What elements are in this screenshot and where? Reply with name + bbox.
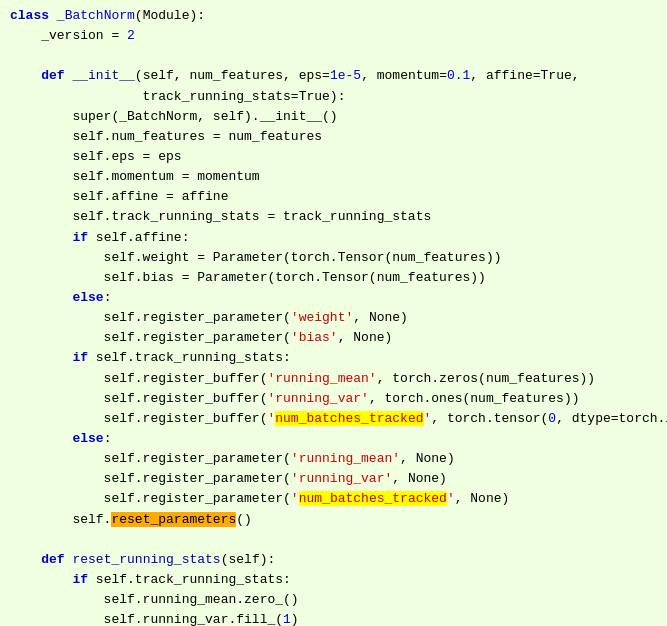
code-line-30: self.running_mean.zero_() [10,590,657,610]
code-line-17: self.register_parameter('bias', None) [10,328,657,348]
code-line-10: self.affine = affine [10,187,657,207]
code-line-16: self.register_parameter('weight', None) [10,308,657,328]
code-line-20: self.register_buffer('running_var', torc… [10,389,657,409]
code-line-22: else: [10,429,657,449]
code-line-14: self.bias = Parameter(torch.Tensor(num_f… [10,268,657,288]
code-line-15: else: [10,288,657,308]
code-line-29: if self.track_running_stats: [10,570,657,590]
code-line-5: track_running_stats=True): [10,87,657,107]
code-line-25: self.register_parameter('num_batches_tra… [10,489,657,509]
code-line-27 [10,530,657,550]
code-line-4: def __init__(self, num_features, eps=1e-… [10,66,657,86]
code-line-31: self.running_var.fill_(1) [10,610,657,626]
code-line-1: class _BatchNorm(Module): [10,6,657,26]
code-viewer: class _BatchNorm(Module): _version = 2 d… [0,0,667,626]
code-line-19: self.register_buffer('running_mean', tor… [10,369,657,389]
code-line-6: super(_BatchNorm, self).__init__() [10,107,657,127]
code-line-28: def reset_running_stats(self): [10,550,657,570]
code-line-8: self.eps = eps [10,147,657,167]
code-line-9: self.momentum = momentum [10,167,657,187]
code-line-18: if self.track_running_stats: [10,348,657,368]
code-line-21: self.register_buffer('num_batches_tracke… [10,409,657,429]
code-line-26: self.reset_parameters() [10,510,657,530]
code-line-11: self.track_running_stats = track_running… [10,207,657,227]
code-line-23: self.register_parameter('running_mean', … [10,449,657,469]
code-line-2: _version = 2 [10,26,657,46]
code-line-3 [10,46,657,66]
code-line-7: self.num_features = num_features [10,127,657,147]
code-line-13: self.weight = Parameter(torch.Tensor(num… [10,248,657,268]
code-line-24: self.register_parameter('running_var', N… [10,469,657,489]
code-line-12: if self.affine: [10,228,657,248]
